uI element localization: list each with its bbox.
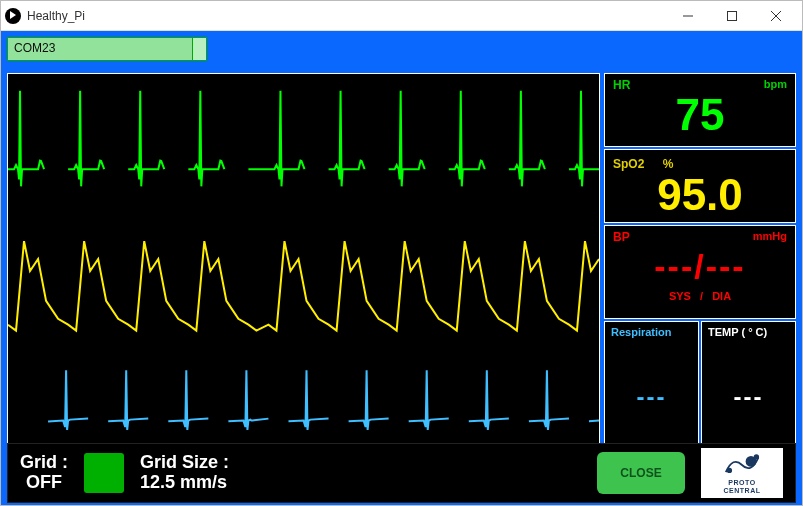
bp-unit: mmHg xyxy=(753,230,787,242)
vitals-column: HR bpm 75 SpO2 % 95.0 BP mmHg ---/--- SY… xyxy=(604,73,796,461)
close-window-button[interactable] xyxy=(754,2,798,30)
window-title: Healthy_Pi xyxy=(27,9,666,23)
maximize-button[interactable] xyxy=(710,2,754,30)
grid-label: Grid : OFF xyxy=(20,453,68,493)
hr-tile: HR bpm 75 xyxy=(604,73,796,147)
com-port-value: COM23 xyxy=(7,37,193,61)
app-icon xyxy=(5,8,21,24)
main-stage: HR bpm 75 SpO2 % 95.0 BP mmHg ---/--- SY… xyxy=(7,73,796,461)
spo2-label: SpO2 xyxy=(613,157,644,171)
spo2-value: 95.0 xyxy=(613,172,787,218)
footer-bar: Grid : OFF Grid Size : 12.5 mm/s CLOSE P… xyxy=(7,443,796,503)
waveform-ecg xyxy=(8,91,599,187)
dropdown-icon[interactable] xyxy=(193,37,207,61)
bp-value: ---/--- xyxy=(613,244,787,288)
svg-rect-1 xyxy=(728,11,737,20)
svg-line-2 xyxy=(771,11,781,21)
temp-value: --- xyxy=(708,338,789,456)
svg-point-5 xyxy=(728,469,732,473)
temp-tile: TEMP ( ° C) --- xyxy=(701,321,796,461)
svg-point-6 xyxy=(755,455,759,459)
svg-line-3 xyxy=(771,11,781,21)
grid-toggle[interactable] xyxy=(84,453,124,493)
spo2-tile: SpO2 % 95.0 xyxy=(604,149,796,223)
minimize-button[interactable] xyxy=(666,2,710,30)
hr-unit: bpm xyxy=(764,78,787,90)
respiration-tile: Respiration --- xyxy=(604,321,699,461)
protocentral-logo: PROTO CENTRAL xyxy=(701,448,783,498)
waveform-area xyxy=(7,73,600,461)
vitals-bottom-row: Respiration --- TEMP ( ° C) --- xyxy=(604,321,796,461)
bp-sub: SYS / DIA xyxy=(613,290,787,302)
waveform-ppg xyxy=(8,241,599,331)
app-root: COM23 HR bpm 75 SpO2 % 95.0 BP mmHg ---/… xyxy=(1,31,802,505)
temp-label: TEMP ( ° C) xyxy=(708,326,789,338)
window-titlebar: Healthy_Pi xyxy=(1,1,802,31)
respiration-value: --- xyxy=(611,338,692,456)
spo2-unit: % xyxy=(663,157,674,171)
close-button[interactable]: CLOSE xyxy=(597,452,685,494)
bp-tile: BP mmHg ---/--- SYS / DIA xyxy=(604,225,796,319)
respiration-label: Respiration xyxy=(611,326,692,338)
hr-value: 75 xyxy=(613,92,787,138)
waveform-respiration xyxy=(48,370,599,430)
grid-size: Grid Size : 12.5 mm/s xyxy=(140,453,229,493)
com-port-selector[interactable]: COM23 xyxy=(7,37,207,61)
